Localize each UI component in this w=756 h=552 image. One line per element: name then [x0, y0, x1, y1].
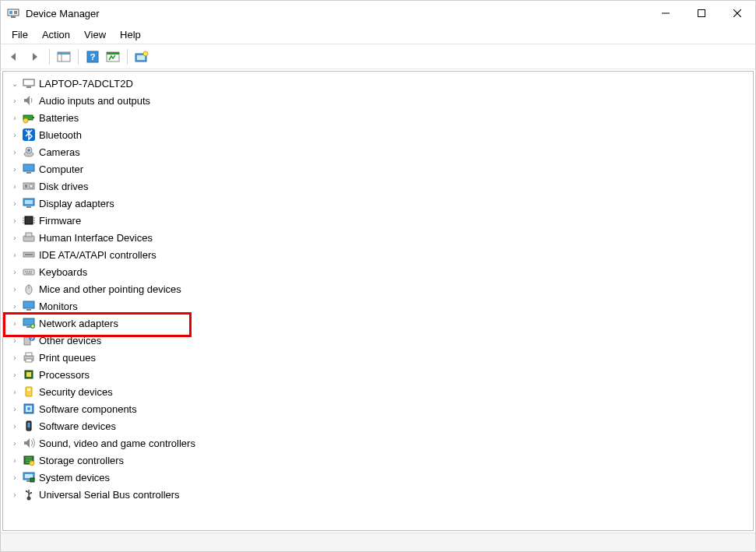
tree-category[interactable]: ›Security devices: [5, 383, 751, 400]
category-label: Network adapters: [39, 318, 118, 329]
chevron-right-icon[interactable]: ›: [9, 371, 20, 379]
svg-rect-51: [26, 273, 32, 274]
svg-rect-77: [25, 474, 33, 478]
chevron-right-icon[interactable]: ›: [9, 405, 20, 413]
tree-category[interactable]: ›Batteries: [5, 109, 751, 126]
chevron-right-icon[interactable]: ›: [9, 388, 20, 396]
tree-category[interactable]: ›Software devices: [5, 417, 751, 434]
tree-category[interactable]: ›Disk drives: [5, 178, 751, 195]
chevron-right-icon[interactable]: ›: [9, 97, 20, 105]
chevron-right-icon[interactable]: ›: [9, 336, 20, 345]
tree-category[interactable]: ›Monitors: [5, 297, 751, 315]
category-label: Sound, video and game controllers: [39, 438, 195, 449]
tree-category[interactable]: ›Bluetooth: [5, 126, 751, 143]
svg-point-17: [143, 51, 148, 56]
tree-category[interactable]: ›Firmware: [5, 212, 751, 229]
tree-category[interactable]: ›Keyboards: [5, 263, 751, 280]
chevron-right-icon[interactable]: ›: [9, 216, 20, 225]
chip-icon: [22, 213, 36, 227]
category-label: Software devices: [39, 420, 116, 432]
svg-rect-31: [25, 185, 27, 188]
svg-rect-49: [29, 271, 30, 272]
category-label: Human Interface Devices: [39, 232, 153, 244]
tree-category[interactable]: ›Mice and other pointing devices: [5, 280, 751, 297]
svg-rect-73: [28, 423, 30, 427]
chevron-right-icon[interactable]: ›: [9, 473, 20, 482]
svg-rect-3: [11, 16, 16, 18]
security-icon: [22, 385, 36, 399]
tree-category[interactable]: ›Sound, video and game controllers: [5, 434, 751, 452]
chevron-right-icon[interactable]: ›: [9, 182, 20, 191]
device-manager-icon: [7, 7, 19, 19]
chevron-right-icon[interactable]: ›: [9, 165, 20, 174]
category-label: Storage controllers: [39, 455, 124, 466]
chevron-right-icon[interactable]: ›: [9, 456, 20, 465]
chevron-right-icon[interactable]: ›: [9, 148, 20, 156]
camera-icon: [22, 145, 36, 159]
titlebar: Device Manager: [1, 1, 755, 26]
category-label: Processors: [39, 369, 90, 381]
tree-category[interactable]: ›Software components: [5, 400, 751, 417]
properties-button[interactable]: [132, 47, 151, 66]
svg-rect-5: [698, 10, 705, 17]
menu-help[interactable]: Help: [114, 27, 147, 42]
chevron-right-icon[interactable]: ›: [9, 251, 20, 259]
minimize-button[interactable]: [648, 1, 684, 26]
menu-file[interactable]: File: [5, 27, 34, 42]
ide-icon: [22, 248, 36, 262]
svg-rect-54: [23, 301, 34, 308]
tree-category[interactable]: ›Print queues: [5, 349, 751, 366]
chevron-right-icon[interactable]: ›: [9, 234, 20, 242]
svg-rect-48: [27, 271, 29, 272]
chevron-right-icon[interactable]: ›: [9, 285, 20, 294]
svg-rect-66: [26, 372, 31, 377]
tree-category[interactable]: ›Audio inputs and outputs: [5, 92, 751, 109]
maximize-button[interactable]: [684, 1, 719, 26]
back-button[interactable]: [5, 47, 24, 66]
device-tree-container[interactable]: ⌄ LAPTOP-7ADCLT2D ›Audio inputs and outp…: [2, 71, 754, 531]
category-label: Cameras: [39, 146, 80, 158]
chevron-right-icon[interactable]: ›: [9, 302, 20, 311]
chevron-right-icon[interactable]: ›: [9, 199, 20, 208]
category-label: Software components: [39, 403, 137, 415]
monitor-icon: [22, 162, 36, 176]
tree-category[interactable]: ›Computer: [5, 160, 751, 178]
category-label: Disk drives: [39, 181, 89, 192]
chevron-right-icon[interactable]: ›: [9, 439, 20, 448]
svg-rect-64: [26, 359, 32, 362]
tree-category[interactable]: ›Universal Serial Bus controllers: [5, 486, 751, 503]
show-hide-console-button[interactable]: [55, 47, 73, 66]
menu-action[interactable]: Action: [36, 27, 76, 42]
tree-category[interactable]: ›Cameras: [5, 143, 751, 160]
tree-category[interactable]: ›System devices: [5, 469, 751, 486]
tree-category[interactable]: ›Network adapters: [5, 315, 751, 332]
forward-button[interactable]: [26, 47, 44, 66]
window-controls: [648, 1, 755, 26]
chevron-right-icon[interactable]: ›: [9, 422, 20, 431]
tree-category[interactable]: ›?Other devices: [5, 332, 751, 349]
close-button[interactable]: [719, 1, 755, 26]
tree-category[interactable]: ›Display adapters: [5, 195, 751, 212]
tree-root[interactable]: ⌄ LAPTOP-7ADCLT2D: [5, 75, 751, 92]
chevron-right-icon[interactable]: ›: [9, 319, 20, 328]
help-button[interactable]: ?: [83, 47, 102, 66]
svg-rect-79: [30, 478, 34, 482]
chevron-down-icon[interactable]: ⌄: [9, 79, 20, 88]
tree-category[interactable]: ›IDE ATA/ATAPI controllers: [5, 246, 751, 263]
chevron-right-icon[interactable]: ›: [9, 131, 20, 139]
tree-category[interactable]: ›Storage controllers: [5, 452, 751, 469]
chevron-right-icon[interactable]: ›: [9, 268, 20, 276]
chevron-right-icon[interactable]: ›: [9, 114, 20, 122]
category-label: Other devices: [39, 335, 101, 346]
tree-category[interactable]: ›Processors: [5, 366, 751, 383]
chevron-right-icon[interactable]: ›: [9, 353, 20, 362]
tree-category[interactable]: ›Human Interface Devices: [5, 229, 751, 246]
chevron-right-icon[interactable]: ›: [9, 490, 20, 499]
svg-rect-63: [26, 353, 32, 356]
svg-rect-83: [30, 492, 32, 494]
category-label: Keyboards: [39, 266, 87, 278]
scan-hardware-button[interactable]: [104, 47, 122, 66]
menu-view[interactable]: View: [78, 27, 112, 42]
svg-rect-2: [14, 11, 17, 14]
svg-rect-27: [23, 164, 34, 171]
